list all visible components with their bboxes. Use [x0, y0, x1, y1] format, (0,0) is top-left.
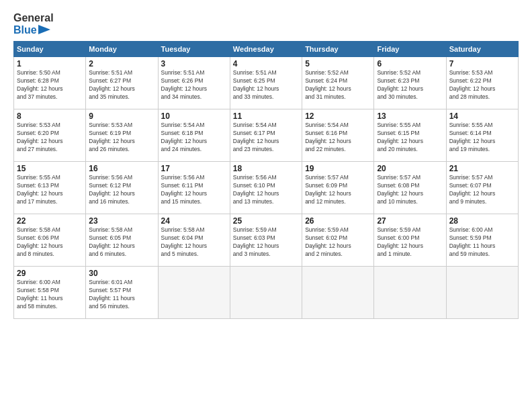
day-info: Sunrise: 5:58 AM Sunset: 6:06 PM Dayligh… — [17, 226, 83, 259]
day-info: Sunrise: 6:00 AM Sunset: 5:58 PM Dayligh… — [17, 279, 83, 311]
calendar-cell — [230, 267, 302, 319]
day-info: Sunrise: 5:52 AM Sunset: 6:24 PM Dayligh… — [305, 69, 371, 101]
calendar-cell: 27Sunrise: 5:59 AM Sunset: 6:00 PM Dayli… — [374, 214, 446, 267]
day-info: Sunrise: 5:52 AM Sunset: 6:23 PM Dayligh… — [377, 69, 443, 101]
day-number: 29 — [17, 269, 83, 278]
col-header-thursday: Thursday — [302, 42, 374, 57]
day-number: 8 — [17, 111, 83, 121]
svg-marker-0 — [38, 25, 50, 34]
calendar-cell: 16Sunrise: 5:56 AM Sunset: 6:12 PM Dayli… — [86, 162, 158, 214]
calendar-cell: 9Sunrise: 5:53 AM Sunset: 6:19 PM Daylig… — [86, 109, 158, 162]
day-number: 16 — [89, 164, 154, 173]
calendar-cell: 23Sunrise: 5:58 AM Sunset: 6:05 PM Dayli… — [86, 214, 158, 267]
calendar-cell: 3Sunrise: 5:51 AM Sunset: 6:26 PM Daylig… — [158, 57, 230, 109]
day-info: Sunrise: 6:00 AM Sunset: 5:59 PM Dayligh… — [449, 226, 515, 259]
day-info: Sunrise: 5:54 AM Sunset: 6:18 PM Dayligh… — [161, 122, 227, 154]
calendar-page: GeneralBlue SundayMondayTuesdayWednesday… — [0, 0, 532, 411]
calendar-cell: 8Sunrise: 5:53 AM Sunset: 6:20 PM Daylig… — [14, 109, 86, 162]
day-info: Sunrise: 5:51 AM Sunset: 6:26 PM Dayligh… — [161, 69, 227, 101]
day-info: Sunrise: 5:56 AM Sunset: 6:12 PM Dayligh… — [89, 174, 154, 206]
day-number: 11 — [233, 111, 299, 121]
calendar-cell: 29Sunrise: 6:00 AM Sunset: 5:58 PM Dayli… — [14, 267, 86, 319]
calendar-cell: 1Sunrise: 5:50 AM Sunset: 6:28 PM Daylig… — [14, 57, 86, 109]
day-info: Sunrise: 5:53 AM Sunset: 6:20 PM Dayligh… — [17, 122, 83, 154]
day-number: 9 — [89, 111, 154, 121]
day-number: 7 — [449, 59, 515, 68]
day-number: 1 — [17, 59, 83, 68]
day-info: Sunrise: 5:56 AM Sunset: 6:10 PM Dayligh… — [233, 174, 299, 206]
calendar-table: SundayMondayTuesdayWednesdayThursdayFrid… — [13, 41, 519, 319]
day-info: Sunrise: 5:53 AM Sunset: 6:22 PM Dayligh… — [449, 69, 515, 101]
day-number: 3 — [161, 59, 227, 68]
day-number: 23 — [89, 216, 154, 226]
calendar-cell — [374, 267, 446, 319]
day-info: Sunrise: 5:54 AM Sunset: 6:17 PM Dayligh… — [233, 122, 299, 154]
day-info: Sunrise: 5:59 AM Sunset: 6:02 PM Dayligh… — [305, 226, 371, 259]
calendar-cell: 22Sunrise: 5:58 AM Sunset: 6:06 PM Dayli… — [14, 214, 86, 267]
header: GeneralBlue — [13, 12, 519, 36]
day-number: 13 — [377, 111, 443, 121]
calendar-cell: 6Sunrise: 5:52 AM Sunset: 6:23 PM Daylig… — [374, 57, 446, 109]
day-number: 4 — [233, 59, 299, 68]
calendar-cell: 11Sunrise: 5:54 AM Sunset: 6:17 PM Dayli… — [230, 109, 302, 162]
day-number: 20 — [377, 164, 443, 173]
calendar-cell: 21Sunrise: 5:57 AM Sunset: 6:07 PM Dayli… — [446, 162, 518, 214]
week-row: 1Sunrise: 5:50 AM Sunset: 6:28 PM Daylig… — [14, 57, 519, 109]
day-number: 30 — [89, 269, 154, 278]
calendar-cell: 18Sunrise: 5:56 AM Sunset: 6:10 PM Dayli… — [230, 162, 302, 214]
day-number: 22 — [17, 216, 83, 226]
day-number: 21 — [449, 164, 515, 173]
week-row: 15Sunrise: 5:55 AM Sunset: 6:13 PM Dayli… — [14, 162, 519, 214]
col-header-friday: Friday — [374, 42, 446, 57]
day-number: 28 — [449, 216, 515, 226]
day-info: Sunrise: 5:55 AM Sunset: 6:13 PM Dayligh… — [17, 174, 83, 206]
calendar-cell: 26Sunrise: 5:59 AM Sunset: 6:02 PM Dayli… — [302, 214, 374, 267]
calendar-cell: 7Sunrise: 5:53 AM Sunset: 6:22 PM Daylig… — [446, 57, 518, 109]
day-number: 27 — [377, 216, 443, 226]
day-info: Sunrise: 5:55 AM Sunset: 6:14 PM Dayligh… — [449, 122, 515, 154]
day-info: Sunrise: 5:53 AM Sunset: 6:19 PM Dayligh… — [89, 122, 154, 154]
day-info: Sunrise: 5:56 AM Sunset: 6:11 PM Dayligh… — [161, 174, 227, 206]
week-row: 29Sunrise: 6:00 AM Sunset: 5:58 PM Dayli… — [14, 267, 519, 319]
day-info: Sunrise: 5:58 AM Sunset: 6:04 PM Dayligh… — [161, 226, 227, 259]
calendar-cell: 14Sunrise: 5:55 AM Sunset: 6:14 PM Dayli… — [446, 109, 518, 162]
calendar-cell: 30Sunrise: 6:01 AM Sunset: 5:57 PM Dayli… — [86, 267, 158, 319]
calendar-cell: 13Sunrise: 5:55 AM Sunset: 6:15 PM Dayli… — [374, 109, 446, 162]
day-number: 5 — [305, 59, 371, 68]
col-header-monday: Monday — [86, 42, 158, 57]
calendar-cell: 20Sunrise: 5:57 AM Sunset: 6:08 PM Dayli… — [374, 162, 446, 214]
calendar-cell: 2Sunrise: 5:51 AM Sunset: 6:27 PM Daylig… — [86, 57, 158, 109]
day-number: 10 — [161, 111, 227, 121]
calendar-cell: 19Sunrise: 5:57 AM Sunset: 6:09 PM Dayli… — [302, 162, 374, 214]
day-info: Sunrise: 5:58 AM Sunset: 6:05 PM Dayligh… — [89, 226, 154, 259]
calendar-cell: 28Sunrise: 6:00 AM Sunset: 5:59 PM Dayli… — [446, 214, 518, 267]
calendar-cell: 12Sunrise: 5:54 AM Sunset: 6:16 PM Dayli… — [302, 109, 374, 162]
day-number: 14 — [449, 111, 515, 121]
day-number: 2 — [89, 59, 154, 68]
calendar-cell: 5Sunrise: 5:52 AM Sunset: 6:24 PM Daylig… — [302, 57, 374, 109]
col-header-tuesday: Tuesday — [158, 42, 230, 57]
day-info: Sunrise: 5:59 AM Sunset: 6:03 PM Dayligh… — [233, 226, 299, 259]
day-info: Sunrise: 5:57 AM Sunset: 6:09 PM Dayligh… — [305, 174, 371, 206]
day-info: Sunrise: 5:54 AM Sunset: 6:16 PM Dayligh… — [305, 122, 371, 154]
day-number: 19 — [305, 164, 371, 173]
day-number: 18 — [233, 164, 299, 173]
day-info: Sunrise: 5:59 AM Sunset: 6:00 PM Dayligh… — [377, 226, 443, 259]
day-number: 12 — [305, 111, 371, 121]
calendar-cell: 25Sunrise: 5:59 AM Sunset: 6:03 PM Dayli… — [230, 214, 302, 267]
calendar-cell: 10Sunrise: 5:54 AM Sunset: 6:18 PM Dayli… — [158, 109, 230, 162]
calendar-cell — [158, 267, 230, 319]
col-header-wednesday: Wednesday — [230, 42, 302, 57]
logo-general: General — [13, 12, 54, 24]
day-info: Sunrise: 5:51 AM Sunset: 6:27 PM Dayligh… — [89, 69, 154, 101]
day-number: 26 — [305, 216, 371, 226]
day-info: Sunrise: 6:01 AM Sunset: 5:57 PM Dayligh… — [89, 279, 154, 311]
day-number: 15 — [17, 164, 83, 173]
day-info: Sunrise: 5:50 AM Sunset: 6:28 PM Dayligh… — [17, 69, 83, 101]
day-number: 24 — [161, 216, 227, 226]
logo-blue: Blue — [13, 24, 37, 36]
day-number: 17 — [161, 164, 227, 173]
header-row: SundayMondayTuesdayWednesdayThursdayFrid… — [14, 42, 519, 57]
calendar-cell — [302, 267, 374, 319]
day-info: Sunrise: 5:57 AM Sunset: 6:07 PM Dayligh… — [449, 174, 515, 206]
